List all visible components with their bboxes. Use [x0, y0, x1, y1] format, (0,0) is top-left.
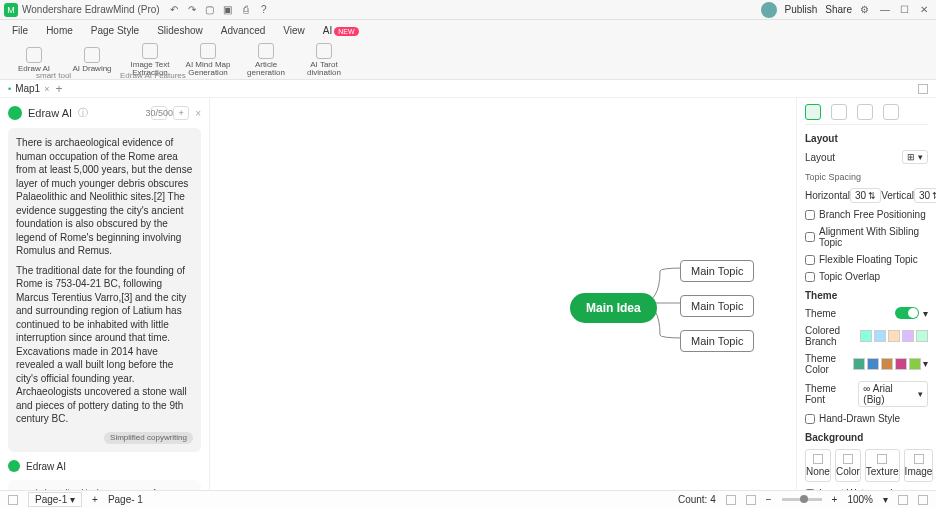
redo-icon[interactable]: ↷ — [186, 4, 198, 16]
ai-avatar-icon — [8, 460, 20, 472]
layout-select[interactable]: ⊞ ▾ — [902, 150, 928, 164]
node-main-idea[interactable]: Main Idea — [570, 293, 657, 323]
maximize-icon[interactable]: ☐ — [900, 4, 912, 16]
page-list-icon[interactable] — [8, 495, 18, 505]
bg-image-icon — [914, 454, 924, 464]
horiz-spinner[interactable]: 30 ⇅ — [850, 188, 881, 203]
bg-section-title: Background — [805, 432, 928, 443]
save-icon[interactable]: ▢ — [204, 4, 216, 16]
bg-color[interactable]: Color — [835, 449, 861, 482]
document-tabs: • Map1 × + — [0, 80, 936, 98]
panel-tab-more-icon[interactable] — [883, 104, 899, 120]
vert-spinner[interactable]: 30 ⇅ — [914, 188, 936, 203]
chk-branch-free[interactable]: Branch Free Positioning — [805, 209, 928, 220]
panel-toggle-icon[interactable] — [918, 84, 928, 94]
theme-section-title: Theme — [805, 290, 928, 301]
article-gen-icon — [258, 43, 274, 59]
chk-hand-drawn[interactable]: Hand-Drawn Style — [805, 413, 928, 424]
zoom-out-button[interactable]: − — [766, 494, 772, 505]
ai-credits[interactable]: 30/500 — [151, 106, 167, 120]
bg-none[interactable]: None — [805, 449, 831, 482]
ribbon-ai-drawing[interactable]: AI Drawing — [66, 45, 118, 75]
ai-drawing-icon — [84, 47, 100, 63]
tab-close-icon[interactable]: × — [44, 84, 49, 94]
user-avatar[interactable] — [761, 2, 777, 18]
bg-none-icon — [813, 454, 823, 464]
menu-home[interactable]: Home — [46, 23, 73, 38]
menu-advanced[interactable]: Advanced — [221, 23, 265, 38]
ai-panel-close-icon[interactable]: × — [195, 108, 201, 119]
export-icon[interactable]: ▣ — [222, 4, 234, 16]
ai-new-chat-button[interactable]: + — [173, 106, 189, 120]
menu-page-style[interactable]: Page Style — [91, 23, 139, 38]
ribbon-edraw-ai[interactable]: Edraw AI — [8, 45, 60, 75]
panel-tab-layout-icon[interactable] — [805, 104, 821, 120]
bg-texture[interactable]: Texture — [865, 449, 900, 482]
zoom-level: 100% — [847, 494, 873, 505]
theme-toggle[interactable] — [895, 307, 919, 319]
status-bar: Page-1 ▾ + Page- 1 Count: 4 − + 100% ▾ — [0, 490, 936, 508]
zoom-dropdown-icon[interactable]: ▾ — [883, 494, 888, 505]
bg-color-icon — [843, 454, 853, 464]
colored-branch-swatches[interactable] — [860, 330, 928, 342]
tab-map1[interactable]: • Map1 × — [8, 83, 49, 94]
theme-font-select[interactable]: ∞ Arial (Big) ▾ — [858, 381, 928, 407]
chk-flex-float[interactable]: Flexible Floating Topic — [805, 254, 928, 265]
ai-reply-bubble: People have lived in the Rome area for t… — [8, 480, 201, 490]
ribbon-article-gen[interactable]: Article generation — [240, 41, 292, 79]
ai-reply-header: Edraw AI — [8, 460, 201, 472]
help-icon[interactable]: ? — [258, 4, 270, 16]
bg-image[interactable]: Image — [904, 449, 934, 482]
mindmap-gen-icon — [200, 43, 216, 59]
ai-info-icon[interactable]: ⓘ — [78, 106, 88, 120]
ribbon-group-smart-tool: smart tool — [36, 71, 71, 80]
menu-view[interactable]: View — [283, 23, 305, 38]
fullscreen-icon[interactable] — [918, 495, 928, 505]
fit-icon[interactable] — [898, 495, 908, 505]
add-tab-button[interactable]: + — [55, 82, 62, 96]
node-sub-1[interactable]: Main Topic — [680, 260, 754, 282]
mindmap-canvas[interactable]: Main Idea Main Topic Main Topic Main Top… — [210, 98, 796, 490]
view-outline-icon[interactable] — [746, 495, 756, 505]
menu-ai[interactable]: AINEW — [323, 23, 359, 38]
menu-file[interactable]: File — [12, 23, 28, 38]
share-button[interactable]: Share — [825, 4, 852, 15]
theme-color-swatches[interactable]: ▾ — [853, 358, 928, 370]
ribbon-mindmap-gen[interactable]: AI Mind Map Generation — [182, 41, 234, 79]
settings-icon[interactable]: ⚙ — [860, 4, 872, 16]
zoom-in-button[interactable]: + — [832, 494, 838, 505]
close-icon[interactable]: ✕ — [920, 4, 932, 16]
page-label: Page- 1 — [108, 494, 143, 505]
format-panel: Layout Layout⊞ ▾ Topic Spacing Horizonta… — [796, 98, 936, 490]
ribbon-group-edraw-ai: Edraw AI Features — [120, 71, 186, 80]
ribbon-tarot[interactable]: AI Tarot divination — [298, 41, 350, 79]
menu-bar: File Home Page Style Slideshow Advanced … — [0, 20, 936, 40]
publish-button[interactable]: Publish — [785, 4, 818, 15]
view-grid-icon[interactable] — [726, 495, 736, 505]
add-page-button[interactable]: + — [92, 494, 98, 505]
ai-panel-icon — [8, 106, 22, 120]
chk-watermark[interactable]: Insert Watermark — [805, 488, 928, 490]
chk-topic-overlap[interactable]: Topic Overlap — [805, 271, 928, 282]
ai-panel-title: Edraw AI — [28, 107, 72, 119]
zoom-slider[interactable] — [782, 498, 822, 501]
page-select[interactable]: Page-1 ▾ — [28, 492, 82, 507]
copy-tag: Simplified copywriting — [104, 432, 193, 445]
layout-section-title: Layout — [805, 133, 928, 144]
app-logo-icon: M — [4, 3, 18, 17]
undo-icon[interactable]: ↶ — [168, 4, 180, 16]
chevron-down-icon[interactable]: ▾ — [923, 308, 928, 319]
panel-tab-theme-icon[interactable] — [857, 104, 873, 120]
node-sub-2[interactable]: Main Topic — [680, 295, 754, 317]
node-sub-3[interactable]: Main Topic — [680, 330, 754, 352]
print-icon[interactable]: ⎙ — [240, 4, 252, 16]
menu-slideshow[interactable]: Slideshow — [157, 23, 203, 38]
edraw-ai-icon — [26, 47, 42, 63]
user-message-bubble: There is archaeological evidence of huma… — [8, 128, 201, 452]
bg-texture-icon — [877, 454, 887, 464]
ai-side-panel: Edraw AI ⓘ 30/500 + × There is archaeolo… — [0, 98, 210, 490]
window-title: Wondershare EdrawMind (Pro) — [22, 4, 160, 15]
panel-tab-style-icon[interactable] — [831, 104, 847, 120]
chk-align-sibling[interactable]: Alignment With Sibling Topic — [805, 226, 928, 248]
minimize-icon[interactable]: — — [880, 4, 892, 16]
